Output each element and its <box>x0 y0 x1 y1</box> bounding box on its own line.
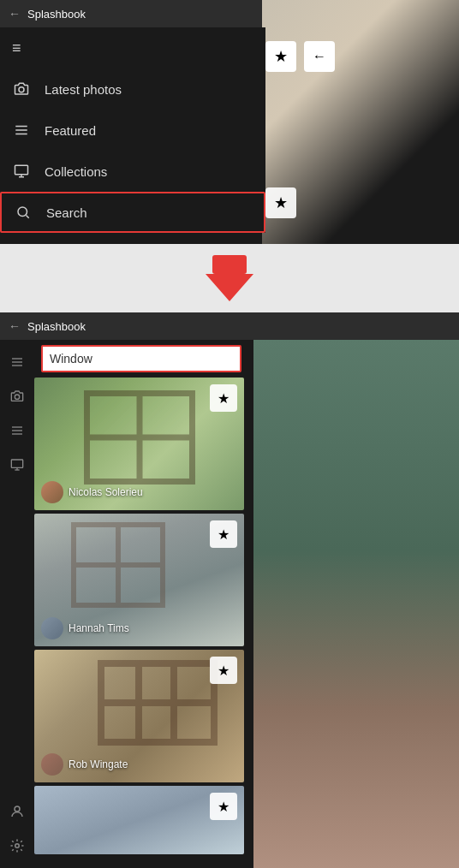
right-photo-bg <box>253 340 459 868</box>
hamburger-icon[interactable]: ≡ <box>12 39 21 57</box>
top-app-title: Splashbook <box>27 8 86 21</box>
nav-item-search[interactable]: Search <box>0 192 265 233</box>
right-photo-column <box>253 340 459 868</box>
photo-1-author: Nicolas Solerieu <box>41 481 143 503</box>
nav-label-search: Search <box>46 205 87 220</box>
top-panel: ← Splashbook ★ ← ★ ≡ Latest photos <box>0 0 459 244</box>
down-arrow-container <box>206 255 253 301</box>
author-name-1: Nicolas Solerieu <box>69 486 143 498</box>
photo-4-star-button[interactable]: ★ <box>210 793 237 820</box>
author-avatar-2 <box>41 617 63 639</box>
nav-item-latest[interactable]: Latest photos <box>0 68 265 110</box>
photo-grid: ★ Nicolas Solerieu ★ Hannah Tims <box>34 378 253 858</box>
svg-rect-4 <box>15 165 28 175</box>
hamburger-row: ≡ <box>0 27 265 68</box>
top-star-button[interactable]: ★ <box>265 41 296 72</box>
bottom-panel: ← Splashbook <box>0 312 459 868</box>
svg-point-20 <box>15 844 20 848</box>
svg-point-0 <box>19 87 24 92</box>
star-icon-photo-2: ★ <box>218 526 230 543</box>
sidebar-monitor-button[interactable] <box>2 449 33 480</box>
bottom-back-button[interactable]: ← <box>9 319 21 333</box>
collections-icon <box>12 162 31 181</box>
nav-label-featured: Featured <box>45 123 96 138</box>
nav-item-collections[interactable]: Collections <box>0 151 265 192</box>
photo-card-1: ★ Nicolas Solerieu <box>34 378 244 510</box>
svg-point-7 <box>18 207 27 217</box>
author-avatar-3 <box>41 753 63 776</box>
featured-icon <box>12 121 31 140</box>
bottom-user-button[interactable] <box>2 796 33 827</box>
search-bar-row <box>34 340 248 378</box>
camera-icon <box>12 80 31 98</box>
sidebar-hamburger-button[interactable] <box>2 347 33 378</box>
star-icon: ★ <box>274 47 288 66</box>
photo-2-author: Hannah Tims <box>41 617 129 639</box>
photo-2-star-button[interactable]: ★ <box>210 520 237 548</box>
bottom-settings-button[interactable] <box>2 830 33 861</box>
sidebar-list-button[interactable] <box>2 415 33 446</box>
top-back-arrow-button[interactable]: ← <box>304 41 335 72</box>
bottom-nav <box>0 796 34 868</box>
photo-1-star-button[interactable]: ★ <box>210 384 237 412</box>
author-avatar-1 <box>41 481 63 503</box>
search-input[interactable] <box>41 345 241 372</box>
svg-rect-16 <box>11 460 22 467</box>
top-star-button-2[interactable]: ★ <box>265 187 296 218</box>
photo-3-author: Rob Wingate <box>41 753 128 776</box>
photo-card-2: ★ Hannah Tims <box>34 514 244 646</box>
star-icon-photo-4: ★ <box>218 799 230 815</box>
author-name-2: Hannah Tims <box>69 622 129 634</box>
arrow-section <box>0 244 459 312</box>
arrow-shaft <box>212 255 247 274</box>
left-sidebar <box>0 340 34 868</box>
star-icon-photo-1: ★ <box>218 390 230 407</box>
svg-point-19 <box>15 806 20 812</box>
svg-line-8 <box>26 215 28 217</box>
nav-item-featured[interactable]: Featured <box>0 110 265 151</box>
sidebar-camera-button[interactable] <box>2 381 33 412</box>
nav-label-collections: Collections <box>45 164 107 179</box>
svg-point-12 <box>15 395 19 399</box>
bottom-title-bar: ← Splashbook <box>0 312 459 340</box>
star-icon-2: ★ <box>274 193 288 212</box>
arrow-head <box>206 274 253 301</box>
back-arrow-icon: ← <box>313 49 326 64</box>
photo-card-3: ★ Rob Wingate <box>34 650 244 782</box>
top-back-button[interactable]: ← <box>9 7 21 21</box>
photo-3-star-button[interactable]: ★ <box>210 657 237 684</box>
photo-card-4: ★ <box>34 786 244 854</box>
bottom-app-title: Splashbook <box>27 320 86 333</box>
nav-menu: ≡ Latest photos Featured <box>0 27 265 233</box>
nav-label-latest: Latest photos <box>45 82 122 97</box>
star-icon-photo-3: ★ <box>218 663 230 679</box>
search-icon <box>14 203 33 222</box>
author-name-3: Rob Wingate <box>69 758 128 770</box>
